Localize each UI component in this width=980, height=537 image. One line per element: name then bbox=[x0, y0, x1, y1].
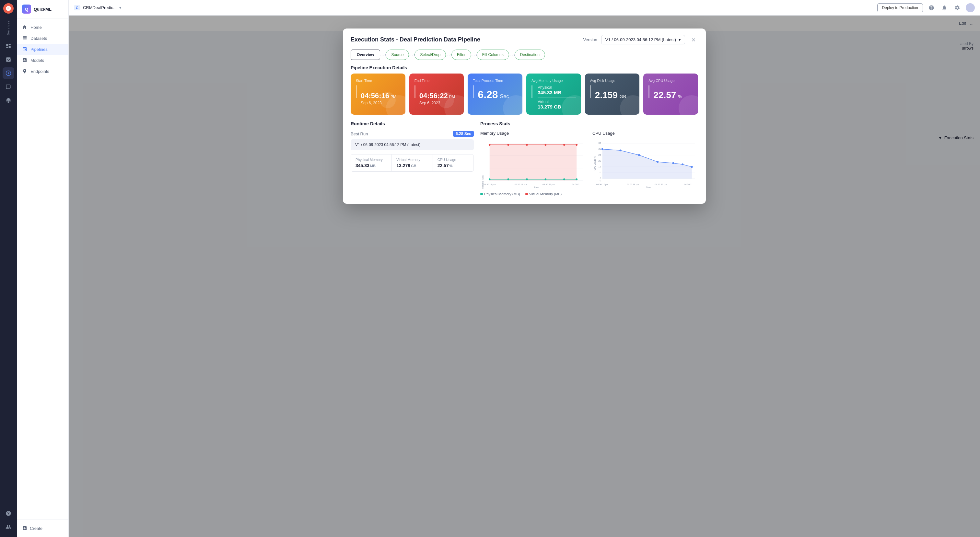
modal-header: Execution Stats - Deal Prediction Data P… bbox=[343, 29, 706, 44]
svg-text:35: 35 bbox=[598, 141, 601, 145]
nav-endpoints[interactable]: Endpoints bbox=[17, 66, 68, 77]
svg-point-15 bbox=[576, 144, 578, 146]
modal: Execution Stats - Deal Prediction Data P… bbox=[343, 29, 706, 204]
svg-text:15: 15 bbox=[598, 165, 601, 168]
stat-card-end-time: End Time 04:56:22 PM Sep 6, 2023 bbox=[409, 73, 464, 114]
memory-chart-svg: 15,000 10,000 5,000 0 bbox=[480, 138, 586, 190]
legend-virtual: Virtual Memory (MB) bbox=[525, 192, 562, 196]
topbar-left: C CRMDealPredic... ▾ bbox=[74, 5, 873, 10]
nav-datasets-label: Datasets bbox=[30, 36, 47, 41]
memory-chart-area: 15,000 10,000 5,000 0 bbox=[480, 138, 586, 190]
svg-point-21 bbox=[576, 178, 578, 180]
stat-card-disk: Avg Disk Usage 2.159 GB bbox=[585, 73, 640, 114]
stat-card-process-time: Total Process Time 6.28 Sec bbox=[468, 73, 522, 114]
tab-arrow-4: ···› bbox=[471, 51, 477, 58]
virtual-mem-label: Virtual Memory bbox=[396, 158, 428, 162]
svg-point-49 bbox=[681, 164, 684, 165]
best-run-value: 6.28 Sec bbox=[453, 131, 474, 137]
svg-point-48 bbox=[672, 162, 674, 164]
sidebar-item-icon-1[interactable] bbox=[3, 40, 14, 52]
nav-models[interactable]: Models bbox=[17, 55, 68, 66]
bell-icon[interactable] bbox=[940, 3, 949, 12]
svg-text:04:56:19 pm: 04:56:19 pm bbox=[515, 183, 527, 186]
sidebar-item-icon-2[interactable] bbox=[3, 54, 14, 65]
runtime-title: Runtime Details bbox=[351, 121, 474, 126]
run-version: V1 / 06-09-2023 04:56:12 PM (Latest) bbox=[351, 139, 474, 150]
svg-point-46 bbox=[638, 154, 640, 156]
left-nav: Q QuickML Home Datasets Pipelines Models… bbox=[17, 0, 69, 537]
gear-icon[interactable] bbox=[953, 3, 962, 12]
tab-filter[interactable]: Filter bbox=[452, 49, 471, 60]
create-button[interactable]: Create bbox=[17, 523, 68, 534]
sidebar-item-icon-bottom-1[interactable] bbox=[3, 508, 14, 519]
svg-point-12 bbox=[526, 144, 528, 146]
cpu-chart-area: 35 30 25 20 15 10 5 0 bbox=[592, 138, 698, 190]
tab-arrow-1: ···› bbox=[380, 51, 386, 58]
main-content: C CRMDealPredic... ▾ Deploy to Productio… bbox=[69, 0, 980, 537]
virtual-memory-col: Virtual Memory 13.279GB bbox=[392, 154, 433, 172]
nav-home[interactable]: Home bbox=[17, 22, 68, 33]
svg-text:04:56:19 pm: 04:56:19 pm bbox=[627, 183, 639, 186]
legend-physical: Physical Memory (MB) bbox=[480, 192, 520, 196]
sidebar-item-icon-3[interactable] bbox=[3, 67, 14, 79]
svg-text:30: 30 bbox=[598, 147, 601, 150]
quickml-logo: Q bbox=[22, 5, 31, 14]
version-select[interactable]: V1 / 06-09-2023 04:56:12 PM (Latest) ▾ bbox=[601, 35, 685, 44]
nav-datasets[interactable]: Datasets bbox=[17, 33, 68, 44]
svg-point-18 bbox=[526, 178, 528, 180]
sidebar-item-icon-bottom-2[interactable] bbox=[3, 521, 14, 533]
process-time-value: 6.28 bbox=[478, 89, 498, 101]
svg-point-19 bbox=[544, 178, 546, 180]
user-avatar[interactable] bbox=[966, 3, 975, 12]
disk-label: Avg Disk Usage bbox=[590, 79, 635, 83]
modal-tabs: Overview ···› Source ···› Select/Drop ··… bbox=[343, 44, 706, 60]
svg-marker-9 bbox=[490, 145, 576, 180]
disk-value: 2.159 bbox=[595, 90, 618, 100]
sidebar-item-icon-5[interactable] bbox=[3, 95, 14, 106]
best-run-row: Best Run 6.28 Sec bbox=[351, 131, 474, 137]
svg-point-50 bbox=[691, 166, 693, 168]
project-name: CRMDealPredic... bbox=[83, 5, 117, 10]
modal-title: Execution Stats - Deal Prediction Data P… bbox=[351, 36, 480, 43]
memory-label: Avg Memory Usage bbox=[531, 79, 576, 83]
create-label: Create bbox=[30, 526, 43, 531]
nav-home-label: Home bbox=[30, 25, 42, 30]
version-chevron: ▾ bbox=[679, 37, 681, 42]
process-stats: Process Stats Memory Usage 15,000 10,000 bbox=[480, 121, 698, 196]
cpu-suffix: % bbox=[678, 94, 682, 99]
tab-selectdrop[interactable]: Select/Drop bbox=[415, 49, 446, 60]
close-button[interactable] bbox=[689, 35, 698, 44]
help-icon[interactable] bbox=[927, 3, 936, 12]
tab-destination[interactable]: Destination bbox=[515, 49, 545, 60]
tab-fillcolumns[interactable]: Fill Columns bbox=[477, 49, 509, 60]
project-chevron[interactable]: ▾ bbox=[119, 5, 121, 10]
topbar: C CRMDealPredic... ▾ Deploy to Productio… bbox=[69, 0, 980, 16]
tab-arrow-5: ···› bbox=[509, 51, 515, 58]
svg-text:Time: Time bbox=[646, 186, 651, 189]
tab-source[interactable]: Source bbox=[386, 49, 409, 60]
memory-chart-title: Memory Usage bbox=[480, 131, 586, 136]
sidebar-item-icon-4[interactable] bbox=[3, 81, 14, 93]
cpu-label: Avg CPU Usage bbox=[649, 79, 693, 83]
nav-items: Home Datasets Pipelines Models Endpoints bbox=[17, 19, 68, 80]
nav-pipelines[interactable]: Pipelines bbox=[17, 44, 68, 55]
svg-point-47 bbox=[657, 161, 659, 163]
svg-point-16 bbox=[489, 178, 491, 180]
virtual-dot bbox=[525, 193, 528, 195]
physical-dot bbox=[480, 193, 483, 195]
svg-point-17 bbox=[507, 178, 509, 180]
stat-card-cpu: Avg CPU Usage 22.57 % bbox=[643, 73, 698, 114]
app-tag: C bbox=[74, 5, 80, 10]
svg-point-44 bbox=[601, 148, 603, 150]
stat-card-start-time: Start Time 04:56:16 PM Sep 6, 2023 bbox=[351, 73, 406, 114]
nav-endpoints-label: Endpoints bbox=[30, 69, 49, 74]
runtime-details: Runtime Details Best Run 6.28 Sec V1 / 0… bbox=[351, 121, 474, 196]
svg-point-11 bbox=[507, 144, 509, 146]
svg-text:04:56:2...: 04:56:2... bbox=[684, 183, 693, 186]
sidebar-logo[interactable] bbox=[3, 3, 14, 14]
deploy-button[interactable]: Deploy to Production bbox=[877, 3, 923, 12]
svg-text:20: 20 bbox=[598, 159, 601, 162]
tab-overview[interactable]: Overview bbox=[351, 49, 380, 60]
cpu-usage-label: CPU Usage bbox=[438, 158, 469, 162]
stat-card-memory: Avg Memory Usage Physical 345.33 MB Virt… bbox=[526, 73, 581, 114]
